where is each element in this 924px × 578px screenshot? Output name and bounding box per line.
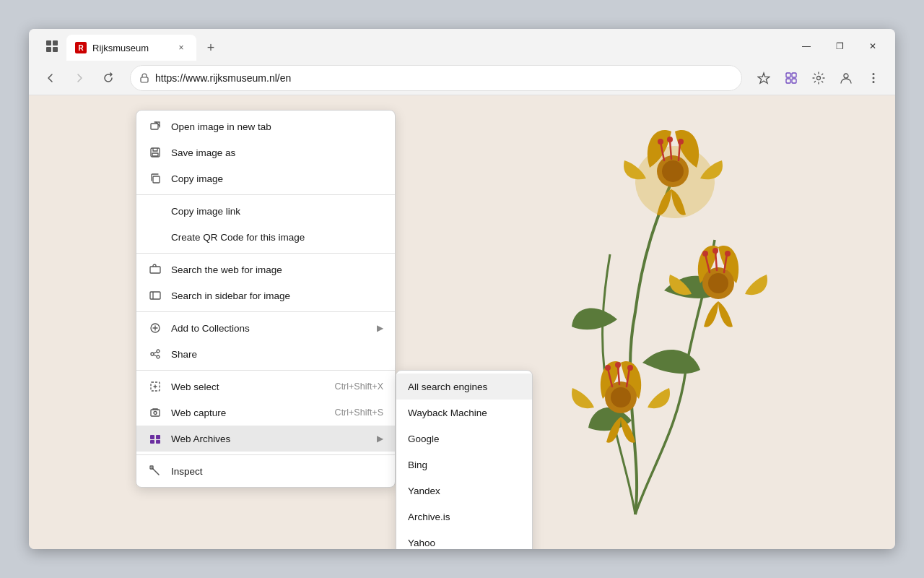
svg-point-28	[615, 362, 621, 368]
menu-item-copy-image-label: Copy image	[171, 173, 383, 184]
menu-item-create-qr-label: Create QR Code for this image	[171, 232, 383, 243]
tab-title: Rijksmuseum	[92, 43, 149, 53]
submenu-item-yahoo[interactable]: Yahoo	[396, 530, 532, 549]
svg-rect-3	[53, 47, 58, 52]
copy-image-icon	[148, 171, 162, 186]
svg-rect-5	[786, 73, 790, 77]
svg-rect-35	[150, 292, 160, 299]
menu-item-copy-image-link[interactable]: Copy image link	[136, 198, 395, 224]
context-menu: Open image in new tab Save image as Copy…	[136, 110, 396, 488]
new-tab-button[interactable]: +	[199, 36, 222, 59]
svg-rect-4	[141, 77, 148, 82]
tab-close-button[interactable]: ×	[175, 41, 188, 54]
open-new-tab-icon	[148, 119, 162, 134]
divider-1	[136, 194, 395, 195]
refresh-button[interactable]	[95, 65, 121, 91]
svg-rect-0	[46, 40, 51, 46]
submenu-item-yandex-label: Yandex	[408, 486, 440, 496]
svg-rect-6	[792, 73, 796, 77]
inspect-icon	[148, 464, 162, 478]
menu-item-inspect[interactable]: Inspect	[136, 458, 395, 484]
share-icon	[148, 347, 162, 361]
menu-item-copy-image-link-label: Copy image link	[171, 206, 383, 217]
favorites-button[interactable]	[751, 65, 777, 91]
profile-button[interactable]	[833, 65, 859, 91]
web-capture-shortcut: Ctrl+Shift+S	[335, 407, 383, 418]
add-collections-icon	[148, 321, 162, 335]
settings-button[interactable]	[806, 65, 832, 91]
submenu-item-bing[interactable]: Bing	[396, 452, 532, 478]
menu-item-open-new-tab-label: Open image in new tab	[171, 121, 383, 132]
svg-point-10	[844, 74, 848, 78]
nav-icons-right	[751, 65, 886, 91]
svg-rect-33	[153, 176, 160, 183]
collections-button[interactable]	[778, 65, 804, 91]
divider-2	[136, 253, 395, 254]
menu-item-web-select-label: Web select	[171, 381, 326, 392]
add-collections-arrow-icon: ▶	[377, 323, 383, 333]
address-bar[interactable]: https://www.rijksmuseum.nl/en	[130, 65, 742, 91]
submenu-item-bing-label: Bing	[408, 460, 427, 470]
svg-point-24	[725, 251, 731, 256]
menu-item-save-image[interactable]: Save image as	[136, 139, 395, 165]
menu-item-search-web[interactable]: Search the web for image	[136, 256, 395, 282]
submenu-item-all-search-engines[interactable]: All search engines	[396, 374, 532, 400]
menu-item-inspect-label: Inspect	[171, 466, 383, 477]
menu-item-web-select[interactable]: Web select Ctrl+Shift+X	[136, 374, 395, 400]
page-content: Open image in new tab Save image as Copy…	[29, 95, 895, 549]
submenu-item-wayback-machine[interactable]: Wayback Machine	[396, 400, 532, 426]
submenu-item-archive-is[interactable]: Archive.is	[396, 504, 532, 530]
window-controls: — ❐ ✕	[790, 35, 889, 58]
close-button[interactable]: ✕	[856, 35, 889, 58]
menu-item-create-qr[interactable]: Create QR Code for this image	[136, 224, 395, 250]
menu-item-web-capture[interactable]: Web capture Ctrl+Shift+S	[136, 400, 395, 426]
web-archives-icon	[148, 431, 162, 446]
forward-button[interactable]	[66, 65, 92, 91]
submenu-item-archive-is-label: Archive.is	[408, 512, 450, 522]
web-archives-submenu: All search engines Wayback Machine Googl…	[396, 370, 533, 549]
flower-illustration	[491, 110, 852, 543]
submenu-item-yandex[interactable]: Yandex	[396, 478, 532, 504]
web-capture-icon	[148, 405, 162, 420]
svg-point-17	[658, 139, 663, 144]
tab-favicon: R	[75, 42, 87, 53]
security-icon	[139, 73, 149, 83]
menu-item-web-capture-label: Web capture	[171, 407, 326, 418]
svg-point-13	[873, 81, 875, 83]
menu-item-web-archives-label: Web Archives	[171, 434, 368, 444]
svg-point-39	[157, 355, 160, 358]
svg-rect-34	[150, 267, 160, 273]
web-select-icon	[148, 379, 162, 394]
divider-4	[136, 370, 395, 371]
search-web-icon	[148, 262, 162, 277]
active-tab[interactable]: R Rijksmuseum ×	[66, 35, 196, 61]
submenu-item-google[interactable]: Google	[396, 426, 532, 452]
menu-item-web-archives[interactable]: Web Archives ▶	[136, 426, 395, 452]
more-button[interactable]	[860, 65, 886, 91]
svg-rect-44	[156, 435, 160, 439]
svg-rect-43	[150, 435, 154, 439]
svg-point-9	[817, 76, 821, 79]
menu-item-share[interactable]: Share	[136, 341, 395, 367]
divider-3	[136, 311, 395, 312]
svg-point-37	[157, 350, 160, 353]
menu-item-copy-image[interactable]: Copy image	[136, 165, 395, 191]
maximize-button[interactable]: ❐	[823, 35, 856, 58]
svg-point-27	[605, 365, 611, 371]
svg-rect-32	[152, 153, 158, 156]
tab-strip-icon	[40, 35, 64, 58]
menu-item-open-new-tab[interactable]: Open image in new tab	[136, 113, 395, 139]
minimize-button[interactable]: —	[790, 35, 823, 58]
svg-point-23	[712, 248, 718, 254]
menu-item-add-collections[interactable]: Add to Collections ▶	[136, 315, 395, 341]
back-button[interactable]	[38, 65, 64, 91]
divider-5	[136, 454, 395, 455]
svg-rect-1	[53, 40, 58, 46]
svg-rect-46	[156, 440, 160, 444]
svg-point-22	[702, 251, 708, 256]
svg-point-42	[154, 412, 157, 415]
menu-item-search-sidebar[interactable]: Search in sidebar for image	[136, 282, 395, 309]
svg-point-18	[667, 137, 673, 142]
submenu-item-wayback-machine-label: Wayback Machine	[408, 407, 487, 418]
menu-item-search-web-label: Search the web for image	[171, 264, 383, 275]
